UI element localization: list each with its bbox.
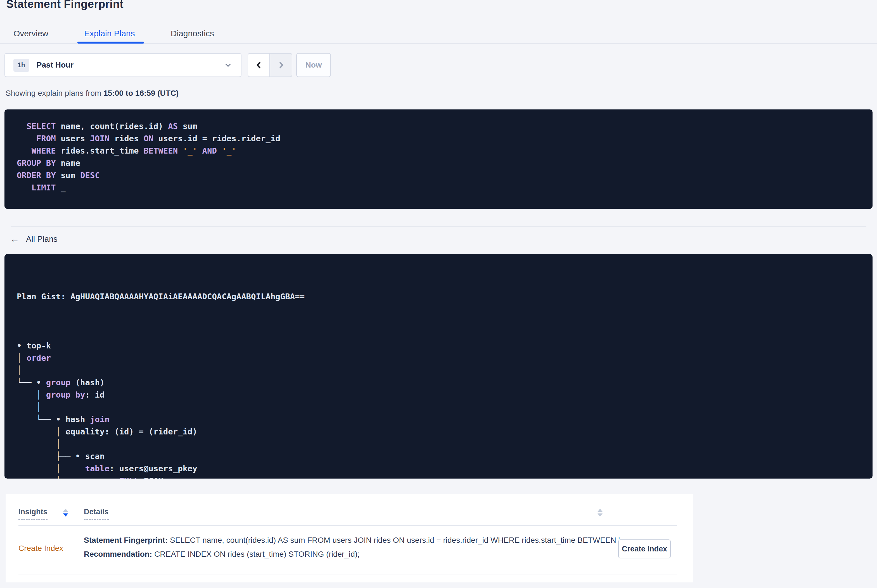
page-title: Statement Fingerprint bbox=[6, 0, 123, 10]
showing-range-prefix: Showing explain plans from bbox=[6, 89, 104, 98]
recommendation-detail-label: Recommendation: bbox=[84, 550, 152, 558]
sql-statement-code: SELECT name, count(rides.id) AS sum FROM… bbox=[5, 110, 872, 194]
column-header-insights-label: Insights bbox=[18, 508, 48, 520]
sort-icon-details[interactable] bbox=[597, 509, 603, 516]
plan-gist-label: Plan Gist: bbox=[17, 292, 71, 301]
create-index-button[interactable]: Create Index bbox=[618, 539, 671, 558]
sort-up-arrow-icon bbox=[63, 509, 68, 512]
time-range-badge: 1h bbox=[14, 58, 29, 72]
statement-fingerprint-detail-label: Statement Fingerprint: bbox=[84, 536, 168, 544]
plan-gist-code: Plan Gist: AgHUAQIABQAAAAHYAQIAiAEAAAADC… bbox=[5, 254, 872, 478]
sort-down-arrow-icon bbox=[63, 513, 68, 516]
plan-tree: • top-k│ order│└── • group (hash) │ grou… bbox=[17, 339, 872, 478]
statement-fingerprint-page: Statement Fingerprint Overview Explain P… bbox=[0, 0, 877, 588]
sort-down-arrow-icon bbox=[597, 513, 603, 516]
previous-time-range-button[interactable] bbox=[248, 53, 270, 77]
tab-overview-label: Overview bbox=[14, 29, 48, 38]
back-arrow-icon: ← bbox=[10, 234, 19, 244]
time-range-pager bbox=[248, 53, 292, 77]
tab-explain-plans-label: Explain Plans bbox=[84, 29, 135, 38]
recommendation-detail: Recommendation: CREATE INDEX ON rides (s… bbox=[84, 547, 632, 561]
showing-range-value: 15:00 to 16:59 (UTC) bbox=[104, 89, 179, 98]
insight-type-link[interactable]: Create Index bbox=[18, 544, 63, 553]
column-header-details-label: Details bbox=[84, 508, 109, 520]
table-header-divider bbox=[18, 525, 677, 526]
details-cell: Statement Fingerprint: SELECT name, coun… bbox=[84, 533, 632, 561]
tabs: Overview Explain Plans Diagnostics bbox=[14, 24, 877, 43]
insights-table: Insights Details Create Index Statement … bbox=[6, 494, 693, 582]
showing-range-text: Showing explain plans from 15:00 to 16:5… bbox=[6, 89, 179, 98]
table-row-divider bbox=[18, 574, 677, 575]
statement-fingerprint-detail: Statement Fingerprint: SELECT name, coun… bbox=[84, 533, 632, 547]
tab-diagnostics[interactable]: Diagnostics bbox=[171, 24, 214, 43]
tab-bar: Overview Explain Plans Diagnostics bbox=[0, 24, 877, 44]
plan-gist-value: AgHUAQIABQAAAAHYAQIAiAEAAAADCQACAgAABQIL… bbox=[71, 292, 305, 301]
sort-icon-insights[interactable] bbox=[63, 509, 68, 516]
tab-diagnostics-label: Diagnostics bbox=[171, 29, 214, 38]
plan-gist-line: Plan Gist: AgHUAQIABQAAAAHYAQIAiAEAAAADC… bbox=[17, 290, 872, 303]
sql-statement-panel: SELECT name, count(rides.id) AS sum FROM… bbox=[5, 110, 872, 209]
plan-gist-panel: Plan Gist: AgHUAQIABQAAAAHYAQIAiAEAAAADC… bbox=[5, 254, 872, 478]
chevron-down-icon bbox=[224, 61, 232, 69]
tab-explain-plans[interactable]: Explain Plans bbox=[84, 24, 135, 43]
column-header-details[interactable]: Details bbox=[84, 508, 109, 516]
next-time-range-button[interactable] bbox=[270, 53, 292, 77]
all-plans-back-link[interactable]: ← All Plans bbox=[10, 234, 57, 244]
time-range-label: Past Hour bbox=[37, 61, 74, 69]
statement-fingerprint-detail-text: SELECT name, count(rides.id) AS sum FROM… bbox=[168, 536, 632, 544]
section-divider bbox=[11, 226, 866, 227]
tab-overview[interactable]: Overview bbox=[14, 24, 48, 43]
time-range-select[interactable]: 1h Past Hour bbox=[5, 53, 241, 77]
chevron-right-icon bbox=[277, 60, 286, 70]
chevron-left-icon bbox=[254, 60, 263, 70]
column-header-insights[interactable]: Insights bbox=[18, 508, 48, 516]
recommendation-detail-text: CREATE INDEX ON rides (start_time) STORI… bbox=[152, 550, 360, 558]
now-button[interactable]: Now bbox=[296, 53, 331, 77]
sort-up-arrow-icon bbox=[597, 509, 603, 512]
all-plans-label: All Plans bbox=[26, 234, 57, 244]
